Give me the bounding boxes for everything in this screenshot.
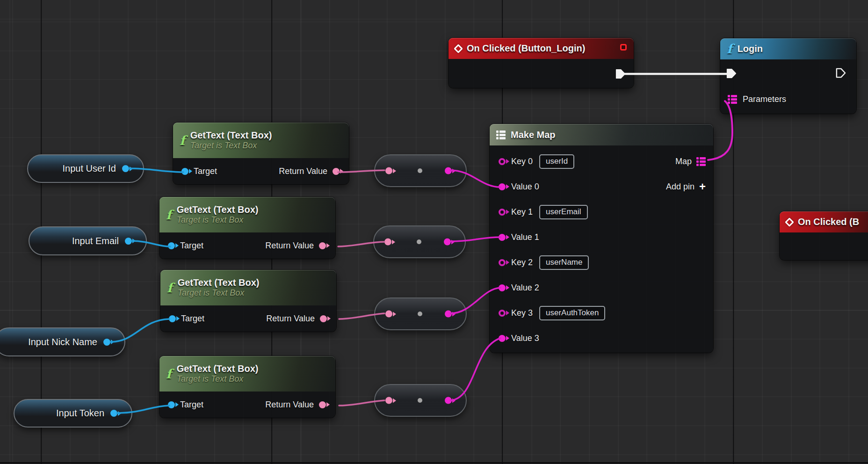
- conv-input-pin[interactable]: [385, 311, 392, 318]
- return-value-pin[interactable]: [319, 242, 326, 249]
- key-3-value-input[interactable]: userAuthToken: [539, 306, 605, 320]
- target-label: Target: [180, 400, 203, 410]
- conv-output-pin[interactable]: [444, 239, 451, 246]
- exec-input-pin[interactable]: [726, 68, 737, 79]
- parameters-pin-label: Parameters: [743, 94, 786, 104]
- return-value-label: Return Value: [265, 241, 314, 251]
- conversion-dot-icon: [417, 239, 421, 244]
- target-label: Target: [180, 241, 203, 251]
- conversion-node-4[interactable]: [374, 384, 467, 417]
- gettext-header: f GetText (Text Box) Target is Text Box: [159, 197, 335, 232]
- conv-output-pin[interactable]: [445, 397, 452, 404]
- value-2-row: Value 2: [490, 275, 713, 300]
- exec-output-pin[interactable]: [615, 69, 626, 80]
- blueprint-graph-canvas[interactable]: On Clicked (Button_Login) f Login Parame…: [0, 0, 868, 464]
- node-title: GetText (Text Box): [190, 130, 272, 141]
- key-0-value-input[interactable]: userId: [539, 154, 574, 169]
- conversion-node-3[interactable]: [374, 297, 467, 330]
- node-gettext-3[interactable]: f GetText (Text Box) Target is Text Box …: [160, 270, 336, 332]
- value-0-row: Value 0 Add pin +: [490, 174, 713, 199]
- key-3-row: Key 3 userAuthToken: [490, 300, 713, 326]
- make-map-icon: [496, 130, 506, 139]
- key-1-pin[interactable]: [499, 209, 506, 216]
- variable-input-user-id[interactable]: Input User Id: [27, 154, 144, 183]
- map-output-row: Map: [675, 157, 706, 167]
- key-1-row: Key 1 userEmail: [490, 199, 713, 225]
- conversion-node-2[interactable]: [373, 225, 466, 258]
- return-value-label: Return Value: [266, 314, 315, 324]
- node-on-clicked-button-login[interactable]: On Clicked (Button_Login): [448, 38, 634, 88]
- node-on-clicked-partial[interactable]: On Clicked (B: [780, 211, 868, 260]
- variable-output-pin[interactable]: [122, 165, 129, 172]
- value-3-label: Value 3: [511, 334, 539, 343]
- add-pin-control[interactable]: Add pin +: [666, 181, 706, 192]
- return-value-pin[interactable]: [319, 401, 326, 408]
- event-node-header: On Clicked (B: [780, 211, 868, 232]
- value-3-pin[interactable]: [499, 335, 506, 342]
- event-diamond-icon: [785, 218, 794, 227]
- node-gettext-4[interactable]: f GetText (Text Box) Target is Text Box …: [159, 356, 335, 418]
- node-title: On Clicked (B: [798, 217, 859, 227]
- node-gettext-2[interactable]: f GetText (Text Box) Target is Text Box …: [159, 197, 335, 259]
- conversion-node-1[interactable]: [374, 154, 467, 187]
- conv-input-pin[interactable]: [385, 397, 392, 404]
- conv-input-pin[interactable]: [385, 167, 392, 174]
- function-icon: f: [727, 43, 732, 55]
- key-1-value-input[interactable]: userEmail: [539, 205, 588, 219]
- conv-output-pin[interactable]: [445, 167, 452, 174]
- add-pin-label: Add pin: [666, 182, 694, 192]
- value-2-pin[interactable]: [499, 284, 506, 291]
- key-0-row: Key 0 userId Map: [490, 149, 713, 174]
- value-1-pin[interactable]: [499, 234, 506, 241]
- node-subtitle: Target is Text Box: [177, 374, 244, 384]
- map-output-pin[interactable]: [696, 157, 706, 166]
- delegate-pin-icon[interactable]: [620, 44, 627, 51]
- key-3-label: Key 3: [511, 308, 533, 318]
- value-0-pin[interactable]: [499, 183, 506, 190]
- variable-input-email[interactable]: Input Email: [29, 226, 147, 255]
- key-2-pin[interactable]: [499, 259, 506, 266]
- return-value-pin[interactable]: [333, 168, 340, 175]
- node-title: GetText (Text Box): [178, 277, 260, 288]
- return-value-label: Return Value: [279, 167, 327, 176]
- key-2-row: Key 2 userName: [490, 250, 713, 275]
- value-1-label: Value 1: [511, 232, 539, 242]
- node-title: GetText (Text Box): [177, 363, 259, 374]
- conv-input-pin[interactable]: [384, 239, 391, 246]
- key-0-pin[interactable]: [499, 158, 506, 165]
- value-0-label: Value 0: [511, 182, 539, 192]
- node-title: GetText (Text Box): [177, 204, 259, 215]
- gettext-header: f GetText (Text Box) Target is Text Box: [173, 123, 349, 158]
- variable-output-pin[interactable]: [103, 339, 110, 346]
- target-pin[interactable]: [168, 401, 175, 408]
- key-2-value-input[interactable]: userName: [539, 255, 589, 270]
- map-output-label: Map: [675, 157, 692, 167]
- function-icon: f: [167, 282, 173, 294]
- target-pin[interactable]: [181, 168, 188, 175]
- variable-input-nick-name[interactable]: Input Nick Name: [0, 327, 125, 356]
- function-icon: f: [180, 134, 185, 147]
- return-value-pin[interactable]: [320, 315, 327, 322]
- target-pin[interactable]: [169, 315, 176, 322]
- make-map-header: Make Map: [490, 124, 713, 145]
- return-value-label: Return Value: [265, 400, 314, 410]
- node-login[interactable]: f Login Parameters: [720, 38, 856, 114]
- variable-label: Input User Id: [62, 163, 116, 174]
- variable-input-token[interactable]: Input Token: [14, 399, 132, 428]
- variable-output-pin[interactable]: [110, 410, 117, 417]
- node-gettext-1[interactable]: f GetText (Text Box) Target is Text Box …: [173, 123, 349, 184]
- conv-output-pin[interactable]: [445, 311, 452, 318]
- key-1-label: Key 1: [511, 207, 533, 217]
- variable-label: Input Token: [56, 408, 104, 419]
- map-pin-icon[interactable]: [728, 95, 737, 104]
- target-label: Target: [194, 167, 217, 176]
- target-pin[interactable]: [168, 242, 175, 249]
- node-make-map[interactable]: Make Map Key 0 userId Map Value 0 Add pi…: [490, 124, 713, 353]
- node-title: Make Map: [511, 130, 556, 140]
- conversion-dot-icon: [418, 398, 422, 403]
- variable-output-pin[interactable]: [125, 238, 132, 245]
- key-0-label: Key 0: [511, 157, 533, 167]
- exec-output-pin[interactable]: [835, 68, 846, 79]
- key-3-pin[interactable]: [499, 310, 506, 317]
- node-subtitle: Target is Text Box: [190, 141, 257, 150]
